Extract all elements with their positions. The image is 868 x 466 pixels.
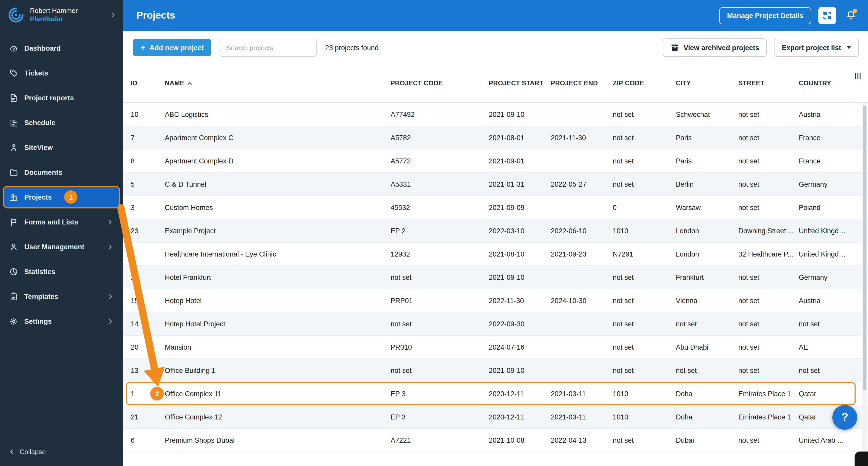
cell-project-start: 2021-01-31: [489, 180, 551, 188]
chevron-right-icon[interactable]: [110, 11, 117, 19]
table-row[interactable]: 14Hotep Hotel Projectnot set2022-09-30no…: [123, 312, 868, 336]
cell-name: Premium Shops Dubai: [165, 436, 391, 444]
collapse-button[interactable]: Collapse: [0, 440, 123, 466]
chevron-right-icon: [107, 318, 114, 324]
cell-street: Emirates Place 1: [738, 390, 799, 398]
cell-country: United Kingdom: [799, 250, 852, 258]
sidebar-item-schedule[interactable]: Schedule: [3, 111, 120, 134]
cell-city: not set: [676, 367, 738, 374]
column-header-country[interactable]: COUNTRY: [799, 80, 852, 87]
search-input[interactable]: [220, 38, 317, 57]
settings-icon: [9, 317, 18, 326]
cell-zip-code: N7291: [613, 250, 676, 258]
table-row[interactable]: 23Example ProjectEP 22022-03-102022-06-1…: [123, 219, 868, 242]
sidebar-item-projects[interactable]: Projects1: [3, 186, 120, 208]
add-new-project-button[interactable]: + Add new project: [133, 39, 212, 56]
table-row[interactable]: 6Premium Shops DubaiA72212021-10-082022-…: [123, 429, 868, 452]
ticket-icon: [9, 68, 18, 77]
sidebar-item-project-reports[interactable]: Project reports: [3, 86, 120, 109]
sidebar-item-templates[interactable]: Templates: [3, 285, 120, 308]
column-header-id[interactable]: ID: [131, 80, 165, 87]
account-menu[interactable]: Robert Hammer PlanRadar: [0, 0, 123, 30]
sidebar-item-forms-and-lists[interactable]: Forms and Lists: [3, 210, 120, 233]
sidebar-item-label: Forms and Lists: [24, 218, 78, 226]
sidebar-item-label: Dashboard: [24, 44, 61, 52]
cell-country: AE: [799, 343, 852, 351]
column-header-zip-code[interactable]: ZIP CODE: [613, 80, 676, 87]
cell-zip-code: 1010: [613, 227, 676, 235]
cell-id: 21: [131, 413, 165, 421]
view-archived-projects-button[interactable]: View archived projects: [663, 38, 767, 57]
results-count: 23 projects found: [325, 44, 379, 52]
cell-country: United Arab Em...: [799, 436, 852, 444]
manage-project-details-button[interactable]: Manage Project Details: [719, 7, 811, 24]
table-row[interactable]: 20MansionPR0102024-07-16not setAbu Dhabi…: [123, 336, 868, 359]
cell-zip-code: not set: [613, 343, 676, 351]
apps-button[interactable]: [818, 7, 836, 24]
cell-city: Frankfurt: [676, 273, 738, 281]
column-header-name[interactable]: NAME: [165, 80, 391, 87]
table-row[interactable]: 7Apartment Complex CA57822021-08-012021-…: [123, 126, 868, 149]
cell-zip-code: 0: [613, 204, 676, 211]
cell-project-start: 2020-12-11: [489, 413, 551, 421]
table-row[interactable]: 2Healthcare International - Eye Clinic12…: [123, 242, 868, 266]
sidebar-item-siteview[interactable]: SiteView: [3, 136, 120, 159]
cell-project-end: 2021-03-11: [551, 413, 613, 421]
scrollbar-thumb[interactable]: [863, 106, 866, 390]
cell-project-start: 2022-03-10: [489, 227, 551, 235]
cell-project-code: not set: [391, 367, 489, 374]
cell-id: 15: [131, 297, 165, 304]
chevron-down-icon: [847, 46, 851, 49]
cell-project-code: EP 3: [391, 413, 489, 421]
sidebar-item-documents[interactable]: Documents: [3, 161, 120, 184]
table-row[interactable]: 12Hotel Frankfurtnot set2021-09-10not se…: [123, 266, 868, 289]
sidebar-item-statistics[interactable]: Statistics: [3, 260, 120, 283]
cell-project-end: 2021-11-30: [551, 134, 613, 142]
cell-id: 10: [131, 110, 165, 118]
sidebar-item-settings[interactable]: Settings: [3, 310, 120, 332]
schedule-icon: [9, 118, 18, 127]
sidebar-item-label: User Management: [24, 243, 85, 251]
column-header-city[interactable]: CITY: [676, 80, 738, 87]
cell-id: 20: [131, 343, 165, 351]
cell-street: not set: [738, 367, 799, 374]
cell-name: Apartment Complex C: [165, 134, 391, 142]
cell-project-start: 2022-09-30: [489, 320, 551, 328]
column-header-project-code[interactable]: PROJECT CODE: [391, 80, 489, 87]
annotation-step-1-badge: 1: [64, 190, 78, 204]
cell-project-start: 2024-07-16: [489, 343, 551, 351]
cell-project-end: 2021-09-23: [551, 250, 613, 258]
column-header-project-start[interactable]: PROJECT START: [489, 80, 551, 87]
column-header-project-end[interactable]: PROJECT END: [551, 80, 613, 87]
cell-country: Austria: [799, 297, 852, 304]
chevron-right-icon: [107, 243, 114, 250]
sidebar-item-tickets[interactable]: Tickets: [3, 62, 120, 84]
cell-name: Office Building 1: [165, 367, 391, 374]
table-row[interactable]: 10ABC LogisticsA774922021-09-10not setSc…: [123, 103, 868, 126]
table-row[interactable]: 5C & D TunnelA53312021-01-312022-05-27no…: [123, 173, 868, 196]
sidebar-item-dashboard[interactable]: Dashboard: [3, 37, 120, 59]
statistics-icon: [9, 267, 18, 276]
cell-zip-code: not set: [613, 320, 676, 328]
table-row[interactable]: 13Office Building 1not set2021-09-10not …: [123, 359, 868, 382]
cell-country: Poland: [799, 204, 852, 211]
scrollbar[interactable]: [862, 103, 867, 452]
cell-name: Custom Homes: [165, 204, 391, 211]
export-project-list-button[interactable]: Export project list: [774, 38, 859, 57]
column-settings-icon[interactable]: [854, 71, 862, 80]
notifications-button[interactable]: [843, 7, 859, 24]
sidebar-item-label: Templates: [24, 292, 58, 300]
table-row[interactable]: 8Apartment Complex DA57722021-09-01not s…: [123, 149, 868, 173]
sidebar-item-user-management[interactable]: User Management: [3, 235, 120, 258]
cell-project-end: 2021-03-11: [551, 390, 613, 398]
table-row[interactable]: 21Office Complex 12EP 32020-12-112021-03…: [123, 406, 868, 429]
cell-street: Downing Street ...: [738, 227, 799, 235]
cell-name: ABC Logistics: [165, 110, 391, 118]
table-row[interactable]: 3Custom Homes455322021-09-090Warsawnot s…: [123, 196, 868, 219]
help-button[interactable]: ?: [832, 405, 857, 430]
column-header-street[interactable]: STREET: [738, 80, 799, 87]
table-row[interactable]: 15Hotep HotelPRP012022-11-302024-10-30no…: [123, 289, 868, 312]
cell-name: Office Complex 11: [165, 390, 391, 398]
table-row[interactable]: 1Office Complex 11EP 32020-12-112021-03-…: [123, 382, 868, 406]
cell-id: 3: [131, 204, 165, 211]
